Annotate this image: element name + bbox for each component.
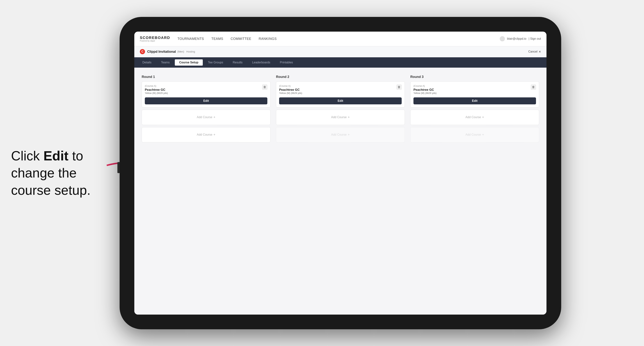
course-detail: Yellow (M) (6629 yds)	[414, 92, 436, 94]
trash-icon: 🗑	[532, 85, 535, 89]
tab-tee-groups[interactable]: Tee Groups	[204, 59, 228, 66]
round-2-column: Round 2 (Course A) Peachtree GC Yellow (…	[276, 75, 405, 145]
nav-teams[interactable]: TEAMS	[212, 37, 224, 41]
trash-icon: 🗑	[398, 85, 400, 89]
round-1-edit-button[interactable]: Edit	[145, 97, 267, 104]
round-2-label: Round 2	[276, 75, 405, 79]
round-2-edit-button[interactable]: Edit	[279, 97, 402, 104]
main-content: Round 1 (Course A) Peachtree GC Yellow (…	[134, 68, 546, 315]
round-3-label: Round 3	[410, 75, 539, 79]
cancel-button[interactable]: Cancel ✕	[528, 50, 541, 53]
tab-details[interactable]: Details	[138, 59, 156, 66]
round-3-edit-button[interactable]: Edit	[414, 97, 536, 104]
sign-out-link[interactable]: | Sign out	[529, 37, 541, 40]
course-card-header: (Course A) Peachtree GC Yellow (M) (6629…	[145, 85, 267, 97]
plus-icon: +	[482, 115, 484, 119]
logo-title: SCOREBOARD	[140, 36, 170, 40]
round-2-course-card: (Course A) Peachtree GC Yellow (M) (6629…	[276, 81, 405, 108]
round-2-add-course-2: Add Course +	[276, 127, 405, 142]
nav-rankings[interactable]: RANKINGS	[259, 37, 277, 41]
plus-icon: +	[214, 133, 216, 137]
trash-icon: 🗑	[263, 85, 266, 89]
round-2-delete-button[interactable]: 🗑	[396, 85, 402, 90]
round-1-label: Round 1	[142, 75, 270, 79]
tournament-badge: (Men)	[178, 50, 184, 53]
round-1-column: Round 1 (Course A) Peachtree GC Yellow (…	[142, 75, 270, 145]
rounds-grid: Round 1 (Course A) Peachtree GC Yellow (…	[142, 75, 539, 145]
round-3-course-card: (Course A) Peachtree GC Yellow (M) (6629…	[410, 81, 539, 108]
nav-links: TOURNAMENTS TEAMS COMMITTEE RANKINGS	[178, 37, 500, 41]
course-name: Peachtree GC	[279, 88, 302, 92]
course-name: Peachtree GC	[145, 88, 168, 92]
round-3-column: Round 3 (Course A) Peachtree GC Yellow (…	[410, 75, 539, 145]
tab-printables[interactable]: Printables	[276, 59, 297, 66]
nav-tournaments[interactable]: TOURNAMENTS	[178, 37, 204, 41]
nav-right: blair@clippd.io | Sign out	[500, 36, 541, 41]
brand-logo: C	[140, 49, 145, 54]
tablet-screen: SCOREBOARD Powered by clippd TOURNAMENTS…	[134, 32, 546, 315]
course-detail: Yellow (M) (6629 yds)	[145, 92, 168, 94]
round-1-add-course-1[interactable]: Add Course +	[142, 110, 270, 125]
plus-icon: +	[348, 115, 350, 119]
round-3-delete-button[interactable]: 🗑	[531, 85, 536, 90]
round-3-add-course-1[interactable]: Add Course +	[410, 110, 539, 125]
course-tag: (Course A)	[145, 85, 168, 87]
course-name: Peachtree GC	[414, 88, 436, 92]
cancel-icon: ✕	[538, 50, 541, 53]
course-card-header: (Course A) Peachtree GC Yellow (M) (6629…	[279, 85, 402, 97]
tab-results[interactable]: Results	[228, 59, 247, 66]
course-tag: (Course A)	[414, 85, 436, 87]
user-avatar	[500, 36, 505, 41]
top-nav: SCOREBOARD Powered by clippd TOURNAMENTS…	[134, 32, 546, 46]
annotation-text: Click Edit to change the course setup.	[11, 147, 107, 199]
tab-leaderboards[interactable]: Leaderboards	[248, 59, 275, 66]
tab-teams[interactable]: Teams	[156, 59, 174, 66]
course-detail: Yellow (M) (6629 yds)	[279, 92, 302, 94]
sub-header: C Clippd Invitational (Men) Hosting Canc…	[134, 46, 546, 57]
plus-icon: +	[214, 115, 216, 119]
tab-course-setup[interactable]: Course Setup	[175, 59, 203, 66]
round-1-delete-button[interactable]: 🗑	[262, 85, 267, 90]
course-card-header: (Course A) Peachtree GC Yellow (M) (6629…	[414, 85, 536, 97]
course-tag: (Course A)	[279, 85, 302, 87]
tablet-device: SCOREBOARD Powered by clippd TOURNAMENTS…	[120, 17, 561, 329]
tabs-bar: Details Teams Course Setup Tee Groups Re…	[134, 57, 546, 68]
logo-sub: Powered by clippd	[140, 40, 170, 42]
round-1-course-card: (Course A) Peachtree GC Yellow (M) (6629…	[142, 81, 270, 108]
logo-area: SCOREBOARD Powered by clippd	[140, 36, 170, 42]
plus-icon: +	[482, 133, 484, 137]
plus-icon: +	[348, 133, 350, 137]
user-email: blair@clippd.io	[507, 37, 526, 40]
round-2-add-course-1[interactable]: Add Course +	[276, 110, 405, 125]
tournament-title: Clippd Invitational	[147, 50, 176, 54]
hosting-label: Hosting	[186, 50, 195, 53]
round-3-add-course-2: Add Course +	[410, 127, 539, 142]
round-1-add-course-2[interactable]: Add Course +	[142, 127, 270, 142]
nav-committee[interactable]: COMMITTEE	[230, 37, 251, 41]
